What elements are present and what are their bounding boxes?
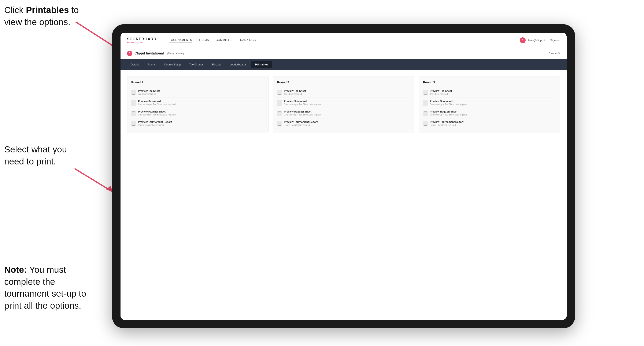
round1-tournament-report[interactable]: Preview Tournament Report Round Completi… xyxy=(131,118,264,129)
tabs-nav: Details Teams Course Setup Tee Groups Re… xyxy=(120,59,566,70)
tee-sheet-text-r2: Preview Tee Sheet Tee Sheet required xyxy=(284,90,410,95)
round3-tee-sheet[interactable]: Preview Tee Sheet Tee Sheet required xyxy=(423,87,556,98)
rounds-grid: Round 1 Preview Tee Sheet Tee Sheet requ… xyxy=(127,76,560,133)
scorecard-text-r3: Preview Scorecard Course setup + Tee She… xyxy=(430,100,556,106)
raguzzi-icon-r3 xyxy=(423,111,428,116)
tab-results[interactable]: Results xyxy=(208,61,225,68)
user-email: blair@clippd.io xyxy=(528,39,546,42)
tournament-header: C Clippd Invitational (Men) Hosting Canc… xyxy=(120,48,566,59)
nav-rankings[interactable]: RANKINGS xyxy=(240,38,256,42)
instruction-bottom: Note: You must complete the tournament s… xyxy=(4,264,93,312)
top-nav: SCOREBOARD Powered by clippd TOURNAMENTS… xyxy=(120,33,566,48)
tab-printables[interactable]: Printables xyxy=(251,61,272,68)
note-bold: Note: xyxy=(4,265,27,275)
tournament-report-text-r3: Preview Tournament Report Round Completi… xyxy=(430,121,556,126)
scorecard-icon-r1 xyxy=(131,100,136,106)
printables-bold: Printables xyxy=(26,5,69,15)
tablet-device: SCOREBOARD Powered by clippd TOURNAMENTS… xyxy=(112,24,575,328)
top-nav-right: B blair@clippd.io | Sign out xyxy=(520,37,560,43)
arrow-middle-icon xyxy=(69,165,120,198)
logo-title: SCOREBOARD xyxy=(127,37,161,41)
raguzzi-text-r2: Preview Raguzzi Sheet Course setup + Tee… xyxy=(284,110,410,116)
tab-course-setup[interactable]: Course Setup xyxy=(160,61,185,68)
tab-tee-groups[interactable]: Tee Groups xyxy=(186,61,208,68)
tab-details[interactable]: Details xyxy=(127,61,143,68)
round1-tee-sheet[interactable]: Preview Tee Sheet Tee Sheet required xyxy=(131,87,264,98)
tournament-report-icon-r1 xyxy=(131,121,136,127)
scorecard-icon-r3 xyxy=(423,100,428,106)
tee-sheet-text-r1: Preview Tee Sheet Tee Sheet required xyxy=(138,90,264,95)
scoreboard-logo: SCOREBOARD Powered by clippd xyxy=(127,37,161,44)
tee-sheet-icon-r1 xyxy=(131,90,136,95)
raguzzi-text-r3: Preview Raguzzi Sheet Course setup + Tee… xyxy=(430,110,556,116)
tournament-sub-badge: (Men) xyxy=(167,52,174,55)
round2-raguzzi[interactable]: Preview Raguzzi Sheet Course setup + Tee… xyxy=(277,108,410,118)
tee-sheet-icon-r3 xyxy=(423,90,428,95)
cancel-button[interactable]: Cancel ✕ xyxy=(549,52,560,55)
round2-tournament-report[interactable]: Preview Tournament Report Round Completi… xyxy=(277,118,410,129)
tee-sheet-text-r3: Preview Tee Sheet Tee Sheet required xyxy=(430,90,556,95)
tee-sheet-icon-r2 xyxy=(277,90,282,95)
nav-teams[interactable]: TEAMS xyxy=(199,38,209,42)
round-1-section: Round 1 Preview Tee Sheet Tee Sheet requ… xyxy=(127,76,268,133)
round1-raguzzi[interactable]: Preview Raguzzi Sheet Course setup + Tee… xyxy=(131,108,264,118)
top-nav-links: TOURNAMENTS TEAMS COMMITTEE RANKINGS xyxy=(169,38,520,42)
c-logo: C xyxy=(127,51,132,56)
nav-committee[interactable]: COMMITTEE xyxy=(216,38,234,42)
tournament-report-text-r1: Preview Tournament Report Round Completi… xyxy=(138,121,264,126)
tournament-report-icon-r3 xyxy=(423,121,428,127)
instruction-top: Click Printables toview the options. xyxy=(4,4,79,28)
user-avatar: B xyxy=(520,37,526,43)
tournament-title: C Clippd Invitational (Men) Hosting xyxy=(127,51,184,56)
round3-raguzzi[interactable]: Preview Raguzzi Sheet Course setup + Tee… xyxy=(423,108,556,118)
hosting-badge: Hosting xyxy=(176,52,184,55)
round3-scorecard[interactable]: Preview Scorecard Course setup + Tee She… xyxy=(423,98,556,108)
tournament-report-text-r2: Preview Tournament Report Round Completi… xyxy=(284,121,410,126)
logo-sub: Powered by clippd xyxy=(127,41,161,44)
raguzzi-icon-r2 xyxy=(277,111,282,116)
round3-tournament-report[interactable]: Preview Tournament Report Round Completi… xyxy=(423,118,556,129)
round-3-title: Round 3 xyxy=(423,81,556,84)
raguzzi-text-r1: Preview Raguzzi Sheet Course setup + Tee… xyxy=(138,110,264,116)
nav-tournaments[interactable]: TOURNAMENTS xyxy=(169,38,192,42)
main-content: Round 1 Preview Tee Sheet Tee Sheet requ… xyxy=(120,70,566,320)
round2-scorecard[interactable]: Preview Scorecard Course setup + Tee She… xyxy=(277,98,410,108)
round-2-title: Round 2 xyxy=(277,81,410,84)
round-3-section: Round 3 Preview Tee Sheet Tee Sheet requ… xyxy=(418,76,560,133)
tab-teams[interactable]: Teams xyxy=(144,61,160,68)
tournament-report-icon-r2 xyxy=(277,121,282,127)
tournament-name: Clippd Invitational xyxy=(134,51,164,55)
scorecard-text-r2: Preview Scorecard Course setup + Tee She… xyxy=(284,100,410,106)
round1-scorecard[interactable]: Preview Scorecard Course setup + Tee She… xyxy=(131,98,264,108)
scorecard-icon-r2 xyxy=(277,100,282,106)
scorecard-text-r1: Preview Scorecard Course setup + Tee She… xyxy=(138,100,264,106)
round-2-section: Round 2 Preview Tee Sheet Tee Sheet requ… xyxy=(273,76,414,133)
tab-leaderboards[interactable]: Leaderboards xyxy=(226,61,250,68)
round2-tee-sheet[interactable]: Preview Tee Sheet Tee Sheet required xyxy=(277,87,410,98)
instruction-middle: Select what youneed to print. xyxy=(4,144,67,168)
sign-out-link[interactable]: | Sign out xyxy=(549,39,560,42)
round-1-title: Round 1 xyxy=(131,81,264,84)
raguzzi-icon-r1 xyxy=(131,111,136,116)
tablet-screen: SCOREBOARD Powered by clippd TOURNAMENTS… xyxy=(120,33,566,320)
